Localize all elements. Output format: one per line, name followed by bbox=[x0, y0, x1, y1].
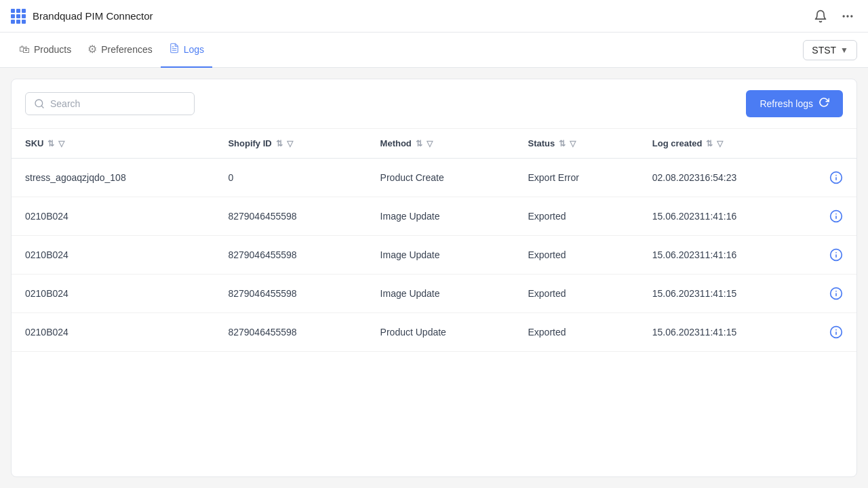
info-icon-4[interactable] bbox=[829, 325, 843, 339]
table-row: 0210B0248279046455598Product UpdateExpor… bbox=[12, 313, 856, 352]
toolbar: Refresh logs bbox=[12, 79, 856, 129]
refresh-logs-label: Refresh logs bbox=[760, 98, 813, 109]
tab-preferences[interactable]: ⚙ Preferences bbox=[79, 33, 160, 68]
search-input[interactable] bbox=[50, 98, 186, 109]
method-sort-icon[interactable]: ⇅ bbox=[416, 139, 422, 148]
cell-info-3[interactable] bbox=[816, 274, 856, 313]
col-status: Status ⇅ ▽ bbox=[515, 129, 639, 159]
tab-logs-label: Logs bbox=[184, 44, 204, 55]
table-row: 0210B0248279046455598Image UpdateExporte… bbox=[12, 236, 856, 274]
svg-point-0 bbox=[843, 15, 845, 17]
main-content: Refresh logs SKU ⇅ bbox=[0, 68, 868, 488]
nav-tabs: 🛍 Products ⚙ Preferences Logs STST ▼ bbox=[0, 33, 868, 68]
bell-icon bbox=[814, 9, 827, 23]
table-row: 0210B0248279046455598Image UpdateExporte… bbox=[12, 197, 856, 236]
app-title: Brandquad PIM Connector bbox=[33, 10, 804, 22]
method-filter-icon[interactable]: ▽ bbox=[427, 139, 433, 148]
ellipsis-icon bbox=[841, 9, 854, 23]
cell-method-0: Product Create bbox=[367, 159, 515, 197]
cell-info-4[interactable] bbox=[816, 313, 856, 352]
cell-sku-3: 0210B024 bbox=[12, 274, 214, 313]
col-log-created: Log created ⇅ ▽ bbox=[639, 129, 816, 159]
cell-log_created-3: 15.06.202311:41:15 bbox=[639, 274, 816, 313]
logs-table: SKU ⇅ ▽ Shopify ID ⇅ ▽ bbox=[12, 129, 856, 352]
cell-sku-1: 0210B024 bbox=[12, 197, 214, 236]
cell-shopify_id-3: 8279046455598 bbox=[214, 274, 366, 313]
app-grid-icon bbox=[11, 9, 26, 24]
preferences-icon: ⚙ bbox=[87, 43, 97, 56]
cell-shopify_id-2: 8279046455598 bbox=[214, 236, 366, 274]
cell-method-1: Image Update bbox=[367, 197, 515, 236]
shopify-id-sort-icon[interactable]: ⇅ bbox=[276, 139, 283, 148]
cell-log_created-1: 15.06.202311:41:16 bbox=[639, 197, 816, 236]
cell-method-4: Product Update bbox=[367, 313, 515, 352]
search-icon bbox=[34, 98, 45, 109]
tab-logs[interactable]: Logs bbox=[161, 33, 212, 68]
log-created-sort-icon[interactable]: ⇅ bbox=[706, 139, 713, 148]
cell-method-3: Image Update bbox=[367, 274, 515, 313]
cell-info-2[interactable] bbox=[816, 236, 856, 274]
status-sort-icon[interactable]: ⇅ bbox=[559, 139, 566, 148]
svg-point-1 bbox=[846, 15, 848, 17]
table-container: SKU ⇅ ▽ Shopify ID ⇅ ▽ bbox=[12, 129, 856, 476]
cell-log_created-0: 02.08.202316:54:23 bbox=[639, 159, 816, 197]
cell-status-2: Exported bbox=[515, 236, 639, 274]
cell-info-1[interactable] bbox=[816, 197, 856, 236]
cell-shopify_id-1: 8279046455598 bbox=[214, 197, 366, 236]
top-bar: Brandquad PIM Connector bbox=[0, 0, 868, 33]
content-card: Refresh logs SKU ⇅ bbox=[11, 79, 857, 477]
tab-products[interactable]: 🛍 Products bbox=[11, 33, 79, 68]
search-box[interactable] bbox=[25, 92, 195, 115]
refresh-logs-button[interactable]: Refresh logs bbox=[746, 90, 843, 117]
table-row: stress_agoaqzjqdo_1080Product CreateExpo… bbox=[12, 159, 856, 197]
svg-point-2 bbox=[850, 15, 852, 17]
refresh-icon bbox=[818, 97, 829, 110]
svg-line-6 bbox=[41, 106, 43, 108]
cell-status-3: Exported bbox=[515, 274, 639, 313]
cell-sku-2: 0210B024 bbox=[12, 236, 214, 274]
col-info-header bbox=[816, 129, 856, 159]
notification-button[interactable] bbox=[811, 7, 830, 26]
status-filter-icon[interactable]: ▽ bbox=[570, 139, 576, 148]
col-shopify-id: Shopify ID ⇅ ▽ bbox=[214, 129, 366, 159]
cell-shopify_id-0: 0 bbox=[214, 159, 366, 197]
col-sku: SKU ⇅ ▽ bbox=[12, 129, 214, 159]
cell-sku-4: 0210B024 bbox=[12, 313, 214, 352]
store-selector[interactable]: STST ▼ bbox=[803, 40, 857, 60]
more-options-button[interactable] bbox=[838, 7, 857, 26]
products-icon: 🛍 bbox=[19, 43, 30, 56]
cell-sku-0: stress_agoaqzjqdo_108 bbox=[12, 159, 214, 197]
log-created-filter-icon[interactable]: ▽ bbox=[717, 139, 723, 148]
sku-filter-icon[interactable]: ▽ bbox=[58, 139, 64, 148]
col-method: Method ⇅ ▽ bbox=[367, 129, 515, 159]
cell-log_created-4: 15.06.202311:41:15 bbox=[639, 313, 816, 352]
cell-status-4: Exported bbox=[515, 313, 639, 352]
cell-status-0: Export Error bbox=[515, 159, 639, 197]
cell-status-1: Exported bbox=[515, 197, 639, 236]
cell-shopify_id-4: 8279046455598 bbox=[214, 313, 366, 352]
info-icon-1[interactable] bbox=[829, 209, 843, 223]
info-icon-0[interactable] bbox=[829, 171, 843, 184]
chevron-down-icon: ▼ bbox=[840, 45, 848, 55]
cell-method-2: Image Update bbox=[367, 236, 515, 274]
sku-sort-icon[interactable]: ⇅ bbox=[47, 139, 54, 148]
cell-info-0[interactable] bbox=[816, 159, 856, 197]
store-selector-value: STST bbox=[812, 45, 836, 56]
logs-icon bbox=[169, 43, 180, 56]
cell-log_created-2: 15.06.202311:41:16 bbox=[639, 236, 816, 274]
shopify-id-filter-icon[interactable]: ▽ bbox=[287, 139, 293, 148]
table-body: stress_agoaqzjqdo_1080Product CreateExpo… bbox=[12, 159, 856, 352]
tab-preferences-label: Preferences bbox=[101, 44, 152, 55]
table-header: SKU ⇅ ▽ Shopify ID ⇅ ▽ bbox=[12, 129, 856, 159]
tab-products-label: Products bbox=[34, 44, 71, 55]
table-row: 0210B0248279046455598Image UpdateExporte… bbox=[12, 274, 856, 313]
top-bar-actions bbox=[811, 7, 857, 26]
info-icon-2[interactable] bbox=[829, 248, 843, 262]
info-icon-3[interactable] bbox=[829, 287, 843, 300]
